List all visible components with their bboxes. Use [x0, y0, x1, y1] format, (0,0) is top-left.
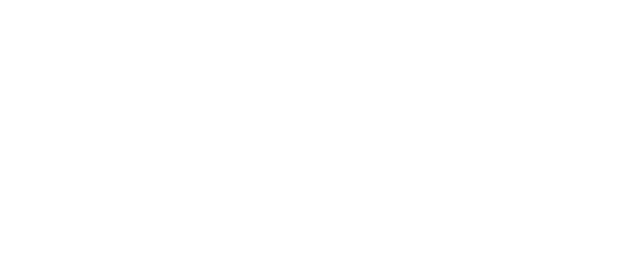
- technical-chart-15min: [269, 110, 455, 276]
- weekly-candlestick-chart: [351, 0, 513, 96]
- trading-dashboard: [0, 0, 644, 277]
- technical-chart-5min: [0, 110, 268, 276]
- world-markets-grid: [0, 0, 170, 71]
- technical-chart-30min: [457, 110, 644, 276]
- intraday-candlestick-chart: [171, 0, 339, 92]
